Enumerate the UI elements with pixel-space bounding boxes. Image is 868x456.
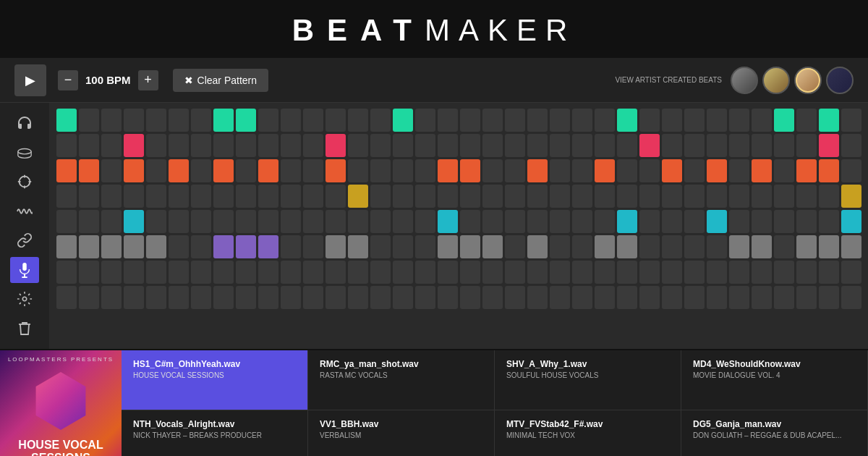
grid-cell[interactable] xyxy=(438,159,458,182)
grid-cell[interactable] xyxy=(482,261,503,284)
grid-cell[interactable] xyxy=(774,109,794,132)
grid-cell[interactable] xyxy=(505,134,525,157)
grid-cell[interactable] xyxy=(281,261,301,284)
grid-cell[interactable] xyxy=(707,159,727,182)
grid-cell[interactable] xyxy=(326,109,346,132)
grid-cell[interactable] xyxy=(348,210,368,233)
track-item[interactable]: MD4_WeShouldKnow.wavMOVIE DIALOGUE VOL. … xyxy=(681,350,868,410)
grid-cell[interactable] xyxy=(595,261,615,284)
grid-cell[interactable] xyxy=(617,210,637,233)
artist-avatar-1[interactable] xyxy=(731,67,758,94)
grid-cell[interactable] xyxy=(79,261,99,284)
grid-cell[interactable] xyxy=(56,261,77,284)
grid-cell[interactable] xyxy=(281,109,301,132)
grid-cell[interactable] xyxy=(393,159,413,182)
grid-cell[interactable] xyxy=(729,235,749,258)
grid-cell[interactable] xyxy=(595,210,615,233)
grid-cell[interactable] xyxy=(460,210,480,233)
grid-cell[interactable] xyxy=(169,210,189,233)
grid-cell[interactable] xyxy=(617,286,637,309)
grid-cell[interactable] xyxy=(595,235,615,258)
grid-cell[interactable] xyxy=(213,134,234,157)
track-item[interactable]: RMC_ya_man_shot.wavRASTA MC VOCALS xyxy=(308,350,495,410)
grid-cell[interactable] xyxy=(101,210,122,233)
grid-cell[interactable] xyxy=(482,235,503,258)
grid-cell[interactable] xyxy=(796,286,817,309)
grid-cell[interactable] xyxy=(415,185,435,208)
grid-cell[interactable] xyxy=(258,159,278,182)
artist-avatar-2[interactable] xyxy=(762,67,790,94)
grid-cell[interactable] xyxy=(370,109,391,132)
grid-cell[interactable] xyxy=(774,286,794,309)
grid-cell[interactable] xyxy=(146,185,166,208)
grid-cell[interactable] xyxy=(370,210,391,233)
grid-cell[interactable] xyxy=(684,286,705,309)
grid-cell[interactable] xyxy=(572,286,592,309)
grid-cell[interactable] xyxy=(595,159,615,182)
grid-cell[interactable] xyxy=(146,210,166,233)
grid-cell[interactable] xyxy=(819,185,839,208)
grid-cell[interactable] xyxy=(617,159,637,182)
grid-cell[interactable] xyxy=(393,261,413,284)
grid-cell[interactable] xyxy=(841,210,861,233)
grid-cell[interactable] xyxy=(841,261,861,284)
grid-cell[interactable] xyxy=(438,185,458,208)
grid-cell[interactable] xyxy=(550,235,570,258)
grid-cell[interactable] xyxy=(460,235,480,258)
bpm-minus-button[interactable]: − xyxy=(58,70,78,90)
grid-cell[interactable] xyxy=(236,210,256,233)
grid-cell[interactable] xyxy=(796,159,817,182)
grid-cell[interactable] xyxy=(236,109,256,132)
grid-cell[interactable] xyxy=(415,159,435,182)
grid-cell[interactable] xyxy=(505,235,525,258)
grid-cell[interactable] xyxy=(438,109,458,132)
sidebar-icon-wave[interactable] xyxy=(10,198,39,224)
grid-cell[interactable] xyxy=(169,261,189,284)
track-item[interactable]: NTH_Vocals_Alright.wavNICK THAYER – BREA… xyxy=(122,410,308,456)
grid-cell[interactable] xyxy=(729,185,749,208)
grid-cell[interactable] xyxy=(348,185,368,208)
grid-cell[interactable] xyxy=(191,109,211,132)
grid-cell[interactable] xyxy=(639,261,660,284)
grid-cell[interactable] xyxy=(56,109,77,132)
grid-cell[interactable] xyxy=(393,210,413,233)
grid-cell[interactable] xyxy=(819,261,839,284)
grid-cell[interactable] xyxy=(303,185,323,208)
grid-cell[interactable] xyxy=(124,210,144,233)
grid-cell[interactable] xyxy=(550,210,570,233)
grid-cell[interactable] xyxy=(482,210,503,233)
grid-cell[interactable] xyxy=(438,286,458,309)
grid-cell[interactable] xyxy=(550,261,570,284)
grid-cell[interactable] xyxy=(258,134,278,157)
grid-cell[interactable] xyxy=(841,286,861,309)
grid-cell[interactable] xyxy=(415,134,435,157)
grid-cell[interactable] xyxy=(527,235,548,258)
grid-cell[interactable] xyxy=(370,159,391,182)
sidebar-icon-settings[interactable] xyxy=(10,286,39,312)
grid-cell[interactable] xyxy=(303,109,323,132)
grid-cell[interactable] xyxy=(482,159,503,182)
grid-cell[interactable] xyxy=(124,159,144,182)
artist-avatar-3[interactable] xyxy=(794,67,822,94)
grid-cell[interactable] xyxy=(258,210,278,233)
grid-cell[interactable] xyxy=(415,109,435,132)
grid-cell[interactable] xyxy=(752,159,772,182)
grid-cell[interactable] xyxy=(550,159,570,182)
sidebar-icon-mic[interactable] xyxy=(10,257,39,283)
grid-cell[interactable] xyxy=(639,134,660,157)
grid-cell[interactable] xyxy=(326,185,346,208)
grid-cell[interactable] xyxy=(595,286,615,309)
grid-cell[interactable] xyxy=(191,134,211,157)
grid-cell[interactable] xyxy=(56,159,77,182)
grid-cell[interactable] xyxy=(79,185,99,208)
grid-cell[interactable] xyxy=(258,109,278,132)
grid-cell[interactable] xyxy=(326,210,346,233)
grid-cell[interactable] xyxy=(729,286,749,309)
grid-cell[interactable] xyxy=(124,261,144,284)
grid-cell[interactable] xyxy=(370,185,391,208)
grid-cell[interactable] xyxy=(191,159,211,182)
grid-cell[interactable] xyxy=(796,134,817,157)
grid-cell[interactable] xyxy=(639,185,660,208)
grid-cell[interactable] xyxy=(774,185,794,208)
grid-cell[interactable] xyxy=(617,134,637,157)
